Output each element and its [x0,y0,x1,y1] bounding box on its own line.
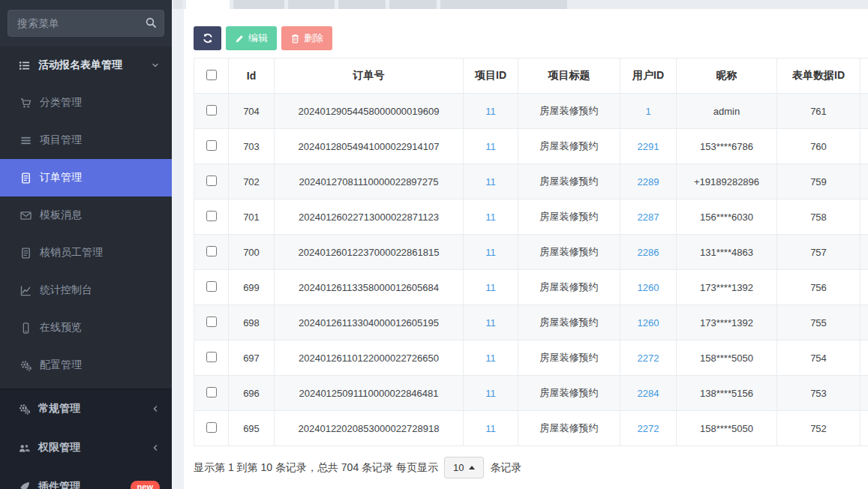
cart-icon [20,98,32,109]
column-header-nickname: 昵称 [677,58,777,94]
cell-project_title: 房屋装修预约 [518,235,620,270]
orders-table: Id订单号项目ID项目标题用户ID昵称表单数据ID 70420240129054… [194,58,868,446]
table-row: 6982024012611330400001260519511房屋装修预约126… [194,305,868,340]
cell-id: 704 [229,94,275,129]
select-all-header-cell [194,58,229,94]
project_id-link[interactable]: 11 [485,141,496,152]
toolbar: 编辑 删除 [194,26,868,50]
project_id-link[interactable]: 11 [485,352,496,364]
sidebar-item-template-message[interactable]: 模板消息 [0,196,172,234]
user_id-link[interactable]: 1260 [638,317,659,328]
project_id-link[interactable]: 11 [485,106,496,117]
user_id-link[interactable]: 1 [645,106,650,117]
delete-button[interactable]: 删除 [281,26,332,50]
user_id-link[interactable]: 2289 [638,176,659,188]
chevron-down-icon [151,61,160,70]
row-checkbox[interactable] [206,387,217,398]
table-body: 7042024012905445800000001960911房屋装修预约1ad… [194,94,868,446]
edit-button[interactable]: 编辑 [226,26,277,50]
cell-user_id: 1 [620,94,677,129]
sidebar-item-plugin-management[interactable]: 插件管理new [0,467,172,489]
tab[interactable] [233,0,284,9]
row-checkbox[interactable] [206,211,217,221]
menu-search-input[interactable] [8,10,164,37]
user_id-link[interactable]: 2272 [638,423,659,434]
cell-form_data_id: 752 [777,411,860,446]
search-icon [145,16,157,32]
row-checkbox[interactable] [206,422,217,433]
cell-form_data_id: 759 [777,164,860,200]
cell-extra [860,305,868,340]
cell-form_data_id: 760 [777,129,860,164]
cell-order_no: 20240125091110000022846481 [275,376,464,411]
project_id-link[interactable]: 11 [485,388,496,399]
user_id-link[interactable]: 2291 [638,141,659,152]
cell-nickname: 158****5050 [677,411,777,446]
row-checkbox[interactable] [206,140,217,151]
select-all-checkbox[interactable] [206,70,217,80]
cell-project_id: 11 [464,164,518,200]
row-select-cell [194,94,229,129]
project_id-link[interactable]: 11 [485,247,496,258]
cell-project_title: 房屋装修预约 [518,129,620,164]
page-size-dropdown[interactable]: 10 [444,457,484,478]
bars-icon [20,135,32,146]
user_id-link[interactable]: 2284 [638,388,659,399]
cell-user_id: 2286 [620,235,677,270]
cell-id: 699 [229,270,275,305]
table-row: 6962024012509111000002284648111房屋装修预约228… [194,376,868,411]
sidebar-item-verify-staff-management[interactable]: 核销员工管理 [0,234,172,272]
row-checkbox[interactable] [206,316,217,327]
sidebar-item-config-management[interactable]: 配置管理 [0,346,172,384]
delete-button-label: 删除 [304,32,323,45]
cell-id: 703 [229,129,275,164]
tab-active[interactable] [186,0,230,9]
sidebar-item-activity-form-management[interactable]: 活动报名表单管理 [0,46,172,84]
sidebar-item-project-management[interactable]: 项目管理 [0,122,172,159]
table-row: 7032024012805494100002291410711房屋装修预约229… [194,129,868,164]
tab[interactable] [288,0,335,9]
row-checkbox[interactable] [206,176,217,186]
new-badge: new [131,481,160,489]
tab[interactable] [440,0,567,9]
column-header-order_no: 订单号 [275,58,464,94]
sidebar-item-label: 订单管理 [40,171,82,184]
row-select-cell [194,376,229,411]
refresh-button[interactable] [194,26,221,50]
cell-order_no: 20240126110122000022726650 [275,340,464,376]
row-checkbox[interactable] [206,281,217,292]
tab[interactable] [389,0,437,9]
sidebar-item-statistics-console[interactable]: 统计控制台 [0,272,172,309]
app-window: 活动报名表单管理分类管理项目管理订单管理模板消息核销员工管理统计控制台在线预览配… [0,0,868,489]
tab[interactable] [173,0,182,9]
user_id-link[interactable]: 2287 [638,212,659,223]
row-checkbox[interactable] [206,105,217,116]
row-checkbox[interactable] [206,352,217,362]
cell-project_id: 11 [464,270,518,305]
tab[interactable] [338,0,386,9]
cell-id: 698 [229,305,275,340]
project_id-link[interactable]: 11 [485,212,496,223]
sidebar-item-online-preview[interactable]: 在线预览 [0,309,172,346]
sidebar-item-order-management[interactable]: 订单管理 [0,159,172,196]
content-card: 编辑 删除 Id订单号项目ID项目标题用户ID昵称表单数据ID 70420240… [184,9,868,489]
row-checkbox[interactable] [206,246,217,256]
chevron-left-icon [151,443,160,452]
sidebar-item-general-management[interactable]: 常规管理 [0,389,172,428]
project_id-link[interactable]: 11 [485,317,496,328]
sidebar-item-label: 配置管理 [40,358,82,372]
cell-project_id: 11 [464,340,518,376]
project_id-link[interactable]: 11 [485,423,496,434]
project_id-link[interactable]: 11 [485,282,496,293]
user_id-link[interactable]: 2272 [638,352,659,364]
sidebar-item-label: 权限管理 [38,441,80,454]
user_id-link[interactable]: 1260 [638,282,659,293]
gears-icon [18,404,31,415]
sidebar-item-category-management[interactable]: 分类管理 [0,84,172,122]
sidebar-item-permission-management[interactable]: 权限管理 [0,428,172,467]
project_id-link[interactable]: 11 [485,176,496,188]
cell-project_title: 房屋装修预约 [518,376,620,411]
table-row: 6972024012611012200002272665011房屋装修预约227… [194,340,868,376]
cell-order_no: 20240126113304000012605195 [275,305,464,340]
user_id-link[interactable]: 2286 [638,247,659,258]
